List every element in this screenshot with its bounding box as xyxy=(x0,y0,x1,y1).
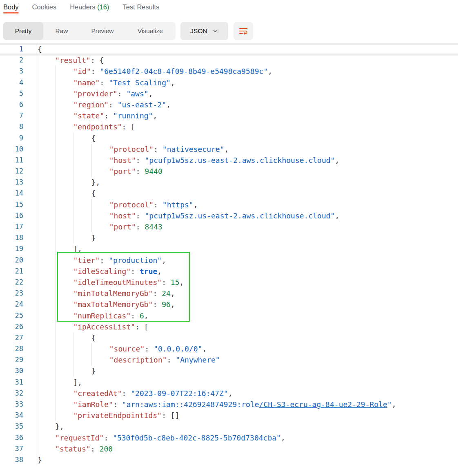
line-number: 25 xyxy=(0,310,23,321)
line-number: 9 xyxy=(0,133,23,144)
code-line: 15"protocol": "https", xyxy=(0,199,458,210)
indent-guide xyxy=(38,266,55,277)
line-number: 30 xyxy=(0,365,23,376)
body-toolbar: Pretty Raw Preview Visualize JSON xyxy=(3,22,253,40)
wrap-text-button[interactable] xyxy=(233,22,253,40)
indent-guide xyxy=(73,343,91,354)
code-line-content: "state": "running", xyxy=(36,110,157,121)
code-line: 26"ipAccessList": [ xyxy=(0,321,458,332)
code-line-content: "idleScaling": true, xyxy=(36,266,162,277)
code-line: 27{ xyxy=(0,332,458,343)
code-line-content: "protocol": "nativesecure", xyxy=(36,144,229,155)
code-line-content: ], xyxy=(36,377,82,388)
code-line-content: "name": "Test Scaling", xyxy=(36,77,175,88)
active-tab-underline xyxy=(3,12,19,13)
indent-guide xyxy=(38,432,55,443)
code-line-content: "privateEndpointIds": [] xyxy=(36,410,179,421)
indent-guide xyxy=(55,410,73,421)
indent-guide xyxy=(73,166,91,177)
line-number: 28 xyxy=(0,343,23,354)
indent-guide xyxy=(55,177,73,188)
line-number: 3 xyxy=(0,66,23,77)
code-line-content: }, xyxy=(36,177,100,188)
line-number: 19 xyxy=(0,243,23,254)
code-line: 38} xyxy=(0,454,458,465)
code-line: 22"idleTimeoutMinutes": 15, xyxy=(0,277,458,288)
code-line-content: }, xyxy=(36,421,64,432)
indent-guide xyxy=(38,199,55,210)
line-number: 18 xyxy=(0,232,23,243)
line-number: 10 xyxy=(0,144,23,155)
line-number: 8 xyxy=(0,121,23,132)
indent-guide xyxy=(38,421,55,432)
code-line-content: "host": "pcufp1w5sz.us-east-2.aws.clickh… xyxy=(36,210,339,221)
indent-guide xyxy=(55,388,73,399)
code-line-content: "idleTimeoutMinutes": 15, xyxy=(36,277,184,288)
indent-guide xyxy=(73,155,91,166)
view-raw-button[interactable]: Raw xyxy=(43,22,80,40)
indent-guide xyxy=(38,321,55,332)
code-line-content: "host": "pcufp1w5sz.us-east-2.aws.clickh… xyxy=(36,155,339,166)
tab-test-results[interactable]: Test Results xyxy=(123,0,160,11)
indent-guide xyxy=(55,188,73,199)
indent-guide xyxy=(38,155,55,166)
indent-guide xyxy=(38,410,55,421)
indent-guide xyxy=(91,199,109,210)
indent-guide xyxy=(38,354,55,365)
code-line-content: ], xyxy=(36,243,82,254)
code-line: 1{ xyxy=(0,44,458,55)
code-line: 36"requestId": "530f0d5b-c8eb-402c-8825-… xyxy=(0,432,458,443)
language-dropdown[interactable]: JSON xyxy=(180,22,228,40)
indent-guide xyxy=(73,332,91,343)
indent-guide xyxy=(55,332,73,343)
view-preview-button[interactable]: Preview xyxy=(80,22,125,40)
indent-guide xyxy=(73,177,91,188)
code-line: 18} xyxy=(0,232,458,243)
indent-guide xyxy=(55,88,73,99)
code-line-content: { xyxy=(36,133,96,144)
code-line: 4"name": "Test Scaling", xyxy=(0,77,458,88)
code-line-content: } xyxy=(36,232,96,243)
line-number: 11 xyxy=(0,155,23,166)
code-line: 34"privateEndpointIds": [] xyxy=(0,410,458,421)
code-line-content: "provider": "aws", xyxy=(36,88,153,99)
code-line-content: "status": 200 xyxy=(36,443,113,454)
line-number: 29 xyxy=(0,354,23,365)
indent-guide xyxy=(38,388,55,399)
indent-guide xyxy=(38,299,55,310)
indent-guide xyxy=(38,243,55,254)
code-line: 2"result": { xyxy=(0,55,458,66)
code-line: 7"state": "running", xyxy=(0,110,458,121)
indent-guide xyxy=(55,288,73,299)
line-number: 15 xyxy=(0,199,23,210)
chevron-down-icon xyxy=(212,28,218,34)
view-visualize-button[interactable]: Visualize xyxy=(125,22,176,40)
code-line-content: "port": 9440 xyxy=(36,166,162,177)
line-number: 36 xyxy=(0,432,23,443)
code-line-content: "maxTotalMemoryGb": 96, xyxy=(36,299,175,310)
tab-body[interactable]: Body xyxy=(3,0,19,11)
line-number: 27 xyxy=(0,332,23,343)
tab-cookies[interactable]: Cookies xyxy=(32,0,57,11)
indent-guide xyxy=(38,277,55,288)
indent-guide xyxy=(55,66,73,77)
line-number: 1 xyxy=(0,44,23,55)
tab-headers[interactable]: Headers (16) xyxy=(70,0,109,11)
indent-guide xyxy=(91,354,109,365)
indent-guide xyxy=(55,121,73,132)
code-line-content: "id": "6e5140f2-04c8-4f09-8b49-e5498ca95… xyxy=(36,66,272,77)
code-editor[interactable]: 1{2"result": {3"id": "6e5140f2-04c8-4f09… xyxy=(0,44,458,476)
line-number: 22 xyxy=(0,277,23,288)
line-number: 4 xyxy=(0,77,23,88)
code-line: 3"id": "6e5140f2-04c8-4f09-8b49-e5498ca9… xyxy=(0,66,458,77)
line-number: 5 xyxy=(0,88,23,99)
code-line-content: "createdAt": "2023-09-07T22:16:47Z", xyxy=(36,388,233,399)
code-line-content: "protocol": "https", xyxy=(36,199,198,210)
indent-guide xyxy=(73,199,91,210)
code-line: 14{ xyxy=(0,188,458,199)
line-number: 31 xyxy=(0,377,23,388)
indent-guide xyxy=(38,177,55,188)
tab-cookies-label: Cookies xyxy=(32,3,57,11)
view-pretty-button[interactable]: Pretty xyxy=(3,22,43,40)
code-line: 11"host": "pcufp1w5sz.us-east-2.aws.clic… xyxy=(0,155,458,166)
